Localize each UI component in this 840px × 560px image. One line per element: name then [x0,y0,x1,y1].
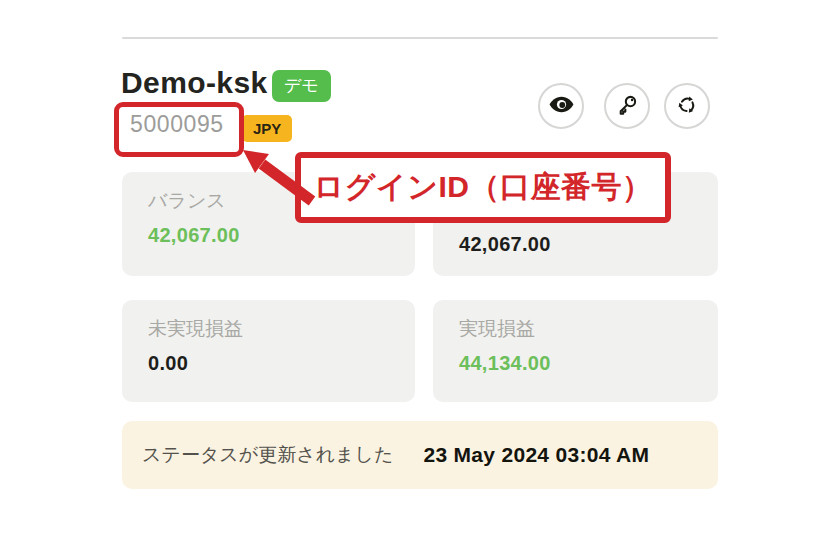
card-label: 未実現損益 [148,316,243,342]
password-button[interactable] [604,83,650,129]
card-value: 42,067.00 [148,224,240,247]
card-value: 44,134.00 [459,352,551,375]
top-divider [122,37,718,39]
card-value: 42,067.00 [459,233,551,256]
demo-account-badge: デモ [272,70,331,102]
login-id-highlight-box [114,102,244,157]
status-banner: ステータスが更新されました 23 May 2024 03:04 AM [122,421,718,489]
account-panel: Demo-ksk デモ 5000095 JPY [0,0,840,560]
status-timestamp: 23 May 2024 03:04 AM [423,443,649,467]
currency-badge: JPY [242,115,292,142]
visibility-button[interactable] [538,83,584,129]
annotation-label: ログインID（口座番号） [314,167,653,208]
account-name: Demo-ksk [121,66,268,100]
unrealized-pl-card: 未実現損益 0.00 [122,300,415,402]
status-message: ステータスが更新されました [142,442,393,468]
annotation-callout: ログインID（口座番号） [295,152,671,223]
key-icon [614,92,640,121]
recycle-icon [675,93,699,120]
realized-pl-card: 実現損益 44,134.00 [433,300,718,402]
refresh-button[interactable] [664,83,710,129]
card-label: 実現損益 [459,316,535,342]
card-label: バランス [148,188,226,214]
card-value: 0.00 [148,352,188,375]
eye-icon [548,91,575,121]
